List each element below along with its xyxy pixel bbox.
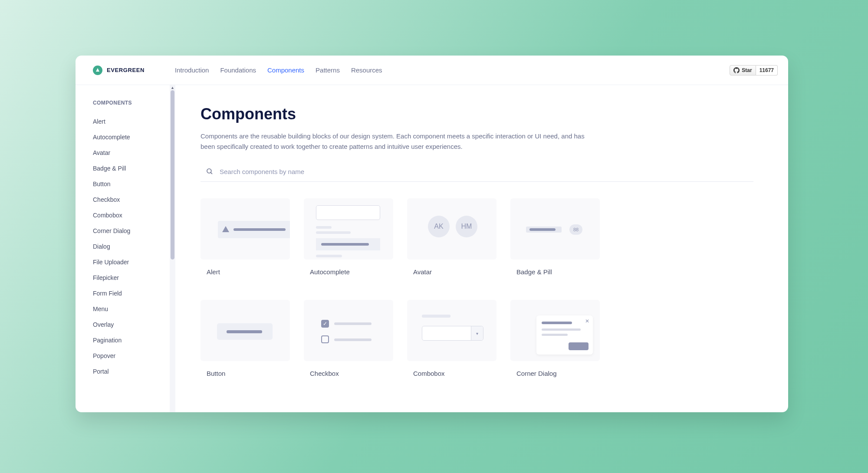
sidebar-item-pagination[interactable]: Pagination — [93, 332, 175, 348]
page-description: Components are the reusable building blo… — [201, 131, 591, 152]
sidebar-item-alert[interactable]: Alert — [93, 114, 175, 129]
sidebar-item-combobox[interactable]: Combobox — [93, 207, 175, 223]
thumb-button — [201, 300, 290, 361]
github-star-label: Star — [742, 67, 752, 73]
card-avatar[interactable]: AK HM Avatar — [407, 198, 496, 276]
header: EVERGREEN Introduction Foundations Compo… — [76, 56, 788, 85]
card-label: Alert — [207, 268, 290, 276]
nav-patterns[interactable]: Patterns — [316, 66, 340, 74]
sidebar-item-corner-dialog[interactable]: Corner Dialog — [93, 223, 175, 239]
sidebar-item-button[interactable]: Button — [93, 176, 175, 192]
main-content: Components Components are the reusable b… — [175, 85, 788, 412]
sidebar: COMPONENTS Alert Autocomplete Avatar Bad… — [76, 85, 175, 412]
nav-introduction[interactable]: Introduction — [175, 66, 209, 74]
card-label: Checkbox — [310, 370, 393, 377]
thumb-autocomplete — [304, 198, 393, 259]
sidebar-list: Alert Autocomplete Avatar Badge & Pill B… — [93, 114, 175, 379]
brand[interactable]: EVERGREEN — [93, 66, 145, 75]
thumb-checkbox: ✓ — [304, 300, 393, 361]
github-icon — [733, 67, 740, 73]
sidebar-item-popover[interactable]: Popover — [93, 348, 175, 364]
sidebar-item-portal[interactable]: Portal — [93, 364, 175, 379]
github-widget: Star 11677 — [730, 65, 778, 76]
card-label: Autocomplete — [310, 268, 393, 276]
avatar-initials: AK — [428, 216, 450, 237]
card-label: Button — [207, 370, 290, 377]
card-checkbox[interactable]: ✓ Checkbox — [304, 300, 393, 377]
chevron-down-icon: ▾ — [471, 326, 483, 340]
brand-logo-icon — [93, 66, 102, 75]
nav-components[interactable]: Components — [267, 66, 304, 74]
sidebar-scrollbar-thumb[interactable] — [171, 90, 174, 259]
card-combobox[interactable]: ▾ Combobox — [407, 300, 496, 377]
card-label: Corner Dialog — [516, 370, 600, 377]
sidebar-item-avatar[interactable]: Avatar — [93, 145, 175, 161]
nav-foundations[interactable]: Foundations — [220, 66, 256, 74]
sidebar-item-filepicker[interactable]: Filepicker — [93, 270, 175, 286]
card-button[interactable]: Button — [201, 300, 290, 377]
sidebar-scrollbar[interactable]: ▲ — [170, 85, 175, 412]
card-label: Combobox — [413, 370, 496, 377]
card-autocomplete[interactable]: Autocomplete — [304, 198, 393, 276]
thumb-corner-dialog: ✕ — [510, 300, 600, 361]
pill-value: 88 — [569, 224, 582, 235]
search-input[interactable] — [220, 168, 393, 175]
app-window: EVERGREEN Introduction Foundations Compo… — [76, 56, 788, 412]
sidebar-item-checkbox[interactable]: Checkbox — [93, 192, 175, 207]
brand-name: EVERGREEN — [107, 67, 145, 73]
sidebar-item-file-uploader[interactable]: File Uploader — [93, 254, 175, 270]
sidebar-item-autocomplete[interactable]: Autocomplete — [93, 129, 175, 145]
thumb-avatar: AK HM — [407, 198, 496, 259]
sidebar-item-badge-pill[interactable]: Badge & Pill — [93, 161, 175, 176]
component-grid: Alert Autocomplete AK — [201, 198, 753, 377]
thumb-combobox: ▾ — [407, 300, 496, 361]
thumb-alert — [201, 198, 290, 259]
github-star-count[interactable]: 11677 — [756, 65, 778, 76]
sidebar-item-overlay[interactable]: Overlay — [93, 317, 175, 332]
github-star-button[interactable]: Star — [730, 65, 756, 76]
sidebar-item-form-field[interactable]: Form Field — [93, 286, 175, 301]
nav-resources[interactable]: Resources — [351, 66, 382, 74]
card-alert[interactable]: Alert — [201, 198, 290, 276]
avatar-initials: HM — [456, 216, 477, 237]
card-label: Avatar — [413, 268, 496, 276]
sidebar-heading: COMPONENTS — [93, 100, 175, 106]
search-icon — [206, 168, 214, 175]
thumb-badge-pill: 88 — [510, 198, 600, 259]
card-corner-dialog[interactable]: ✕ Corner Dialog — [510, 300, 600, 377]
card-badge-pill[interactable]: 88 Badge & Pill — [510, 198, 600, 276]
sidebar-item-dialog[interactable]: Dialog — [93, 239, 175, 254]
sidebar-item-menu[interactable]: Menu — [93, 301, 175, 317]
top-nav: Introduction Foundations Components Patt… — [175, 66, 382, 74]
svg-point-0 — [207, 169, 211, 173]
page-title: Components — [201, 105, 753, 123]
card-label: Badge & Pill — [516, 268, 600, 276]
svg-line-1 — [210, 172, 212, 174]
scroll-up-icon[interactable]: ▲ — [170, 85, 175, 90]
search-row — [201, 168, 753, 182]
close-icon: ✕ — [585, 318, 589, 324]
